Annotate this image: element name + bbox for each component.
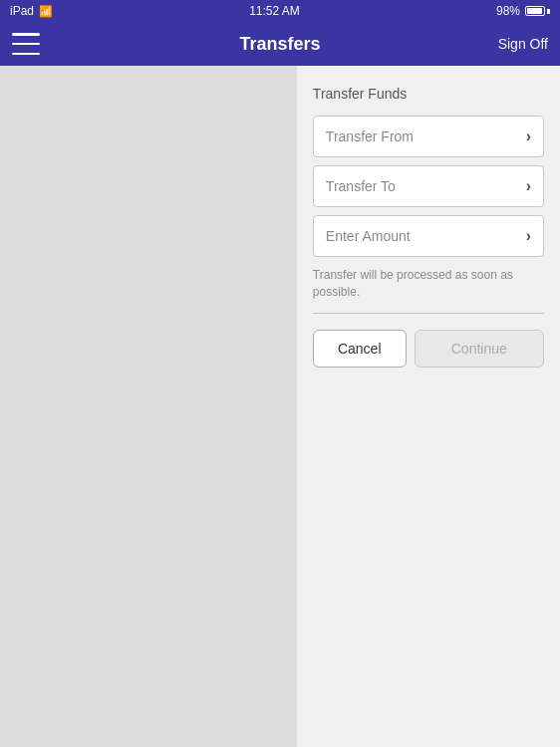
enter-amount-field[interactable]: Enter Amount › — [313, 215, 544, 257]
battery-icon — [525, 6, 550, 16]
wifi-icon: 📶 — [39, 5, 53, 18]
battery-percent: 98% — [496, 4, 520, 18]
transfer-to-field[interactable]: Transfer To › — [313, 165, 544, 207]
page-title: Transfers — [239, 34, 320, 55]
button-row: Cancel Continue — [313, 330, 544, 368]
section-title: Transfer Funds — [313, 86, 544, 102]
divider — [313, 313, 544, 314]
cancel-button[interactable]: Cancel — [313, 330, 407, 368]
menu-icon[interactable] — [12, 33, 40, 55]
transfer-to-chevron-icon: › — [526, 177, 531, 195]
battery-fill — [527, 8, 542, 14]
right-panel: Transfer Funds Transfer From › Transfer … — [297, 66, 560, 747]
status-right: 98% — [496, 4, 550, 18]
device-label: iPad — [10, 4, 34, 18]
info-text: Transfer will be processed as soon as po… — [313, 267, 544, 301]
transfer-to-label: Transfer To — [326, 178, 396, 194]
left-panel — [0, 66, 297, 747]
main-content: Transfer Funds Transfer From › Transfer … — [0, 66, 560, 747]
status-bar: iPad 📶 11:52 AM 98% — [0, 0, 560, 22]
menu-line-2 — [12, 43, 40, 46]
transfer-from-field[interactable]: Transfer From › — [313, 116, 544, 157]
sign-off-button[interactable]: Sign Off — [498, 36, 548, 52]
enter-amount-label: Enter Amount — [326, 228, 411, 244]
battery-body — [525, 6, 545, 16]
menu-line-3 — [12, 53, 40, 56]
status-left: iPad 📶 — [10, 4, 53, 18]
continue-button: Continue — [415, 330, 544, 368]
menu-line-1 — [12, 33, 40, 36]
battery-tip — [547, 9, 550, 14]
transfer-from-chevron-icon: › — [526, 127, 531, 145]
nav-bar: Transfers Sign Off — [0, 22, 560, 66]
status-time: 11:52 AM — [249, 4, 300, 18]
enter-amount-chevron-icon: › — [526, 227, 531, 245]
transfer-from-label: Transfer From — [326, 128, 414, 144]
